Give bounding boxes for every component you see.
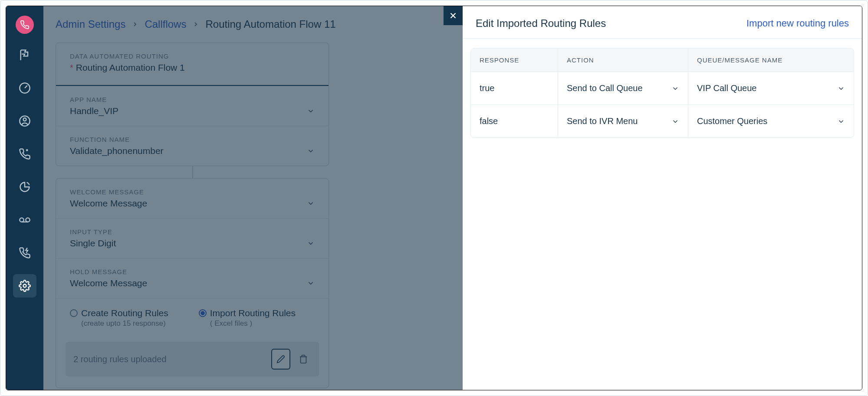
col-response-header: RESPONSE	[471, 49, 558, 72]
col-queue-header: QUEUE/MESSAGE NAME	[688, 49, 854, 72]
svg-point-4	[26, 218, 30, 222]
chevron-down-icon	[671, 85, 679, 92]
nav-settings-icon[interactable]	[13, 274, 36, 298]
nav-gauge-icon[interactable]	[13, 76, 36, 100]
close-icon	[448, 11, 458, 20]
queue-select[interactable]: Customer Queries	[688, 105, 854, 137]
nav-flag-icon[interactable]	[13, 43, 36, 67]
nav-phone-bolt-icon[interactable]	[13, 241, 36, 265]
response-cell: false	[471, 105, 558, 137]
table-row: true Send to Call Queue VIP Call Queue	[471, 72, 854, 105]
chevron-down-icon	[837, 118, 845, 125]
chevron-down-icon	[671, 118, 679, 125]
col-action-header: ACTION	[558, 49, 688, 72]
action-select[interactable]: Send to IVR Menu	[558, 105, 688, 137]
rules-table: RESPONSE ACTION QUEUE/MESSAGE NAME true …	[470, 48, 854, 138]
nav-phone-icon[interactable]	[13, 142, 36, 166]
svg-point-2	[23, 118, 26, 121]
side-panel: Edit Imported Routing Rules Import new r…	[463, 6, 862, 390]
close-panel-button[interactable]	[444, 6, 463, 25]
table-row: false Send to IVR Menu Customer Queries	[471, 105, 854, 137]
action-select[interactable]: Send to Call Queue	[558, 72, 688, 105]
nav-chart-icon[interactable]	[13, 175, 36, 199]
chevron-down-icon	[837, 85, 845, 92]
nav-voicemail-icon[interactable]	[13, 208, 36, 232]
panel-title: Edit Imported Routing Rules	[476, 17, 606, 29]
svg-point-5	[23, 285, 26, 288]
response-cell: true	[471, 72, 558, 105]
app-logo	[16, 16, 34, 34]
sidebar	[6, 6, 43, 390]
import-new-rules-link[interactable]: Import new routing rules	[746, 18, 849, 29]
main-content: Admin Settings Callflows Routing Automat…	[43, 6, 862, 390]
svg-point-3	[20, 218, 23, 222]
nav-user-icon[interactable]	[13, 109, 36, 133]
queue-select[interactable]: VIP Call Queue	[688, 72, 854, 105]
